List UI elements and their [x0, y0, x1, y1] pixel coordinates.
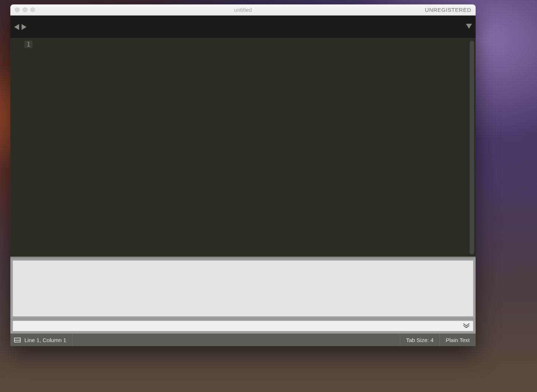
zoom-window-button[interactable]: [30, 7, 35, 12]
text-editor[interactable]: [36, 38, 476, 257]
output-panel-content[interactable]: [13, 260, 473, 317]
editor-window: untitled UNREGISTERED 1: [10, 4, 476, 346]
window-title: untitled: [10, 7, 476, 13]
svg-marker-0: [14, 24, 19, 30]
status-bar: Line 1, Column 1 Tab Size: 4 Plain Text: [10, 334, 476, 346]
window-controls: [10, 7, 35, 12]
editor-area: 1: [10, 38, 476, 257]
svg-marker-2: [466, 24, 472, 28]
panel-toggle[interactable]: Line 1, Column 1: [10, 334, 72, 346]
command-row: [10, 319, 476, 334]
tab-bar: [10, 16, 476, 38]
registration-status[interactable]: UNREGISTERED: [425, 7, 476, 13]
syntax-selector[interactable]: Plain Text: [440, 334, 476, 346]
close-window-button[interactable]: [15, 7, 20, 12]
line-number: 1: [24, 41, 33, 48]
forward-icon[interactable]: [21, 24, 27, 30]
back-icon[interactable]: [14, 24, 19, 30]
statusbar-spacer: [72, 334, 400, 346]
output-panel: [10, 257, 476, 319]
cursor-position: Line 1, Column 1: [24, 337, 66, 343]
command-dropdown[interactable]: [13, 321, 473, 331]
titlebar[interactable]: untitled UNREGISTERED: [10, 4, 476, 16]
minimize-window-button[interactable]: [23, 7, 27, 12]
tab-size-selector[interactable]: Tab Size: 4: [400, 334, 440, 346]
syntax-label: Plain Text: [446, 337, 470, 343]
history-nav: [14, 24, 27, 30]
vertical-scrollbar[interactable]: [470, 41, 474, 254]
line-number-gutter: 1: [10, 38, 36, 257]
svg-marker-1: [21, 24, 26, 30]
panel-layout-icon: [14, 338, 21, 342]
chevron-down-icon: [463, 323, 470, 330]
tab-size-label: Tab Size: 4: [406, 337, 433, 343]
tab-overflow-icon[interactable]: [466, 24, 472, 30]
desktop-background: untitled UNREGISTERED 1: [0, 0, 537, 392]
